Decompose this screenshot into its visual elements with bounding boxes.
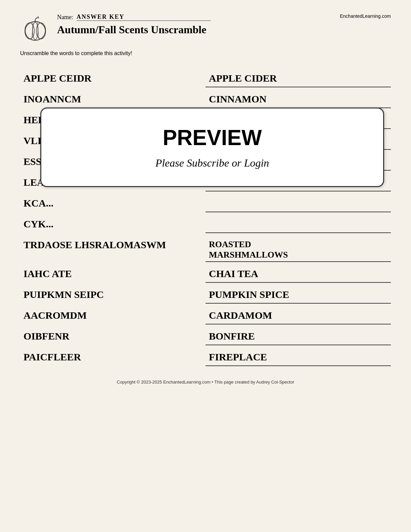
preview-subtitle: Please Subscribe or Login bbox=[55, 157, 370, 169]
page-title: Autumn/Fall Scents Unscramble bbox=[57, 24, 391, 36]
scrambled-12: AACROMDM bbox=[20, 304, 205, 324]
pumpkin-icon bbox=[20, 13, 50, 44]
footer-text: Copyright © 2023-2025 EnchantedLearning.… bbox=[117, 380, 294, 385]
preview-overlay: PREVIEW Please Subscribe or Login bbox=[40, 107, 384, 187]
answer-14: FIREPLACE bbox=[205, 345, 391, 366]
footer: Copyright © 2023-2025 EnchantedLearning.… bbox=[20, 380, 391, 385]
answer-1: APPLE CIDER bbox=[205, 66, 391, 87]
answer-7 bbox=[205, 191, 391, 212]
scrambled-9: TRDAOSE LHSRALOMASWM bbox=[20, 233, 205, 262]
answer-13: BONFIRE bbox=[205, 324, 391, 345]
scrambled-2: INOANNCM bbox=[20, 87, 205, 108]
name-value: ANSWER KEY bbox=[77, 13, 211, 21]
answer-2: CINNAMON bbox=[205, 87, 391, 108]
name-label: Name: bbox=[57, 14, 73, 21]
svg-point-3 bbox=[33, 22, 38, 40]
answer-10: CHAI TEA bbox=[205, 262, 391, 283]
scrambled-7: KCA... bbox=[20, 191, 205, 212]
answer-9: ROASTEDMARSHMALLOWS bbox=[205, 233, 391, 262]
scrambled-8: CYK... bbox=[20, 212, 205, 233]
header: Name: ANSWER KEY Autumn/Fall Scents Unsc… bbox=[20, 13, 391, 44]
answer-12: CARDAMOM bbox=[205, 304, 391, 324]
scrambled-13: OIBFENR bbox=[20, 324, 205, 345]
answer-8 bbox=[205, 212, 391, 233]
answer-11: PUMPKIN SPICE bbox=[205, 283, 391, 304]
preview-title: PREVIEW bbox=[55, 125, 370, 150]
scrambled-1: APLPE CEIDR bbox=[20, 66, 205, 87]
scrambled-11: PUIPKMN SEIPC bbox=[20, 283, 205, 304]
svg-point-0 bbox=[25, 21, 45, 40]
site-url: EnchantedLearning.com bbox=[340, 13, 391, 19]
scrambled-10: IAHC ATE bbox=[20, 262, 205, 283]
subtitle: Unscramble the words to complete this ac… bbox=[20, 50, 391, 56]
scrambled-14: PAICFLEER bbox=[20, 345, 205, 366]
